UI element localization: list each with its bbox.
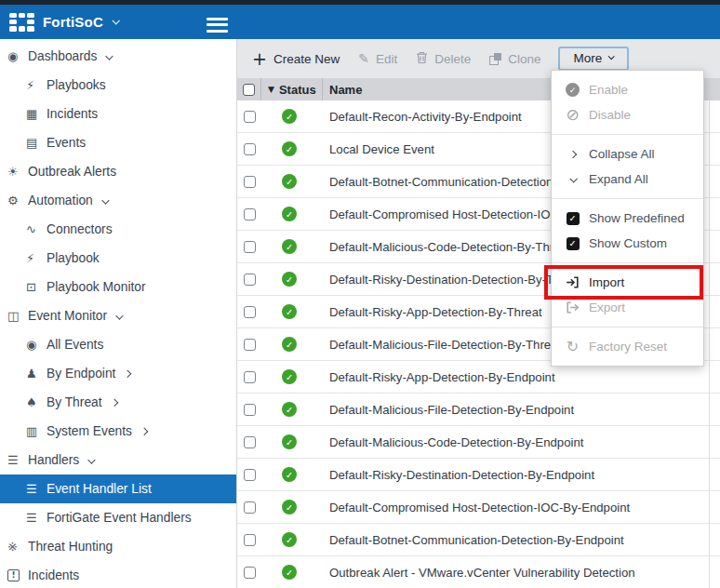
chevron-down-icon (569, 175, 577, 182)
chevron-down-icon (116, 312, 124, 319)
checkbox-checked-icon: ✓ (567, 237, 580, 250)
trash-icon (416, 51, 428, 67)
row-checkbox[interactable] (244, 176, 256, 188)
window-top-edge (0, 0, 720, 5)
table-row[interactable]: ✓ Default-Malicious-Code-Detection-By-En… (237, 426, 720, 459)
chevron-down-icon (106, 52, 113, 60)
row-checkbox[interactable] (244, 534, 256, 546)
status-enabled-icon: ✓ (282, 109, 297, 124)
table-row[interactable]: ✓ Default-Risky-Destination-Detection-By… (237, 459, 720, 491)
import-icon (564, 275, 581, 289)
checkbox-checked-icon: ✓ (567, 212, 580, 225)
playbooks-icon: ⚡ (26, 79, 46, 91)
enable-icon: ✓ (566, 83, 580, 97)
sidebar-item-connectors[interactable]: ∿ Connectors (0, 215, 236, 244)
row-checkbox[interactable] (244, 241, 256, 253)
create-new-button[interactable]: + Create New (250, 50, 341, 68)
sidebar-item-automation[interactable]: ⚙ Automation (0, 186, 236, 215)
factory-reset-icon: ↻ (567, 340, 579, 354)
sidebar-item-outbreak-alerts[interactable]: ☀ Outbreak Alerts (0, 157, 236, 186)
clone-button[interactable]: Clone (487, 50, 542, 68)
chevron-down-icon (88, 456, 96, 463)
sidebar-item-by-endpoint[interactable]: ♟ By Endpoint (0, 359, 236, 388)
status-enabled-icon: ✓ (282, 239, 297, 254)
menu-item-import[interactable]: Import (552, 270, 703, 295)
row-checkbox[interactable] (244, 469, 256, 481)
sidebar-item-by-threat[interactable]: ♠ By Threat (0, 388, 236, 417)
more-button[interactable]: More (558, 47, 630, 71)
row-checkbox[interactable] (244, 274, 256, 286)
status-enabled-icon: ✓ (282, 337, 297, 352)
menu-icon[interactable] (207, 14, 228, 33)
menu-item-collapse-all[interactable]: Collapse All (552, 141, 703, 167)
menu-item-export[interactable]: Export (552, 295, 703, 320)
row-checkbox[interactable] (244, 111, 256, 123)
sidebar-item-incidents-dashboard[interactable]: ▦ Incidents (0, 100, 236, 128)
disable-icon: ⊘ (566, 107, 579, 123)
handlers-icon: ☰ (7, 454, 27, 466)
sidebar-item-playbooks[interactable]: ⚡ Playbooks (0, 71, 236, 100)
row-checkbox[interactable] (244, 208, 256, 220)
status-enabled-icon: ✓ (282, 174, 297, 189)
sidebar-item-all-events[interactable]: ◉ All Events (0, 330, 236, 359)
product-title[interactable]: FortiSoC (43, 14, 103, 30)
status-enabled-icon: ✓ (282, 369, 297, 384)
menu-item-show-custom[interactable]: ✓ Show Custom (552, 231, 703, 256)
plus-icon: + (252, 52, 267, 65)
event-monitor-icon: ◫ (7, 310, 27, 322)
table-row[interactable]: ✓ Outbreak Alert - VMware.vCenter Vulner… (237, 556, 720, 588)
outbreak-alerts-icon: ☀ (7, 166, 27, 178)
status-enabled-icon: ✓ (282, 272, 297, 287)
sidebar-item-playbook-monitor[interactable]: ⊡ Playbook Monitor (0, 273, 236, 301)
row-checkbox[interactable] (244, 306, 256, 318)
sidebar-item-dashboards[interactable]: ◉ Dashboards (0, 42, 236, 71)
sidebar-item-events-dashboard[interactable]: ▤ Events (0, 128, 236, 157)
export-icon (564, 301, 581, 314)
sort-desc-icon: ▼ (268, 86, 274, 94)
sidebar-item-handlers[interactable]: ☰ Handlers (0, 446, 236, 474)
incidents-icon: ▦ (26, 108, 46, 120)
row-checkbox[interactable] (244, 143, 256, 155)
delete-button[interactable]: Delete (414, 49, 473, 69)
automation-icon: ⚙ (7, 194, 27, 207)
row-checkbox[interactable] (244, 339, 256, 351)
select-all-checkbox[interactable] (243, 84, 255, 96)
sidebar-item-playbook[interactable]: ⚡ Playbook (0, 244, 236, 273)
menu-item-expand-all[interactable]: Expand All (552, 167, 703, 192)
playbook-icon: ⚡ (26, 252, 46, 264)
by-threat-icon: ♠ (26, 396, 46, 408)
playbook-monitor-icon: ⊡ (26, 281, 46, 293)
edit-button[interactable]: ✎ Edit (356, 50, 399, 68)
top-bar: FortiSoC (0, 5, 720, 39)
menu-item-show-predefined[interactable]: ✓ Show Predefined (552, 206, 703, 231)
row-checkbox[interactable] (244, 436, 256, 448)
status-enabled-icon: ✓ (282, 565, 297, 580)
more-dropdown-menu: ✓ Enable ⊘ Disable Collapse All Expand A… (551, 70, 704, 367)
menu-item-factory-reset[interactable]: ↻ Factory Reset (552, 334, 703, 359)
chevron-down-icon (101, 196, 109, 204)
chevron-right-icon (140, 428, 148, 435)
threat-hunting-icon: ※ (7, 541, 27, 553)
sidebar-item-incidents[interactable]: ! Incidents (0, 561, 236, 588)
row-checkbox[interactable] (244, 404, 256, 416)
sidebar-item-threat-hunting[interactable]: ※ Threat Hunting (0, 532, 236, 561)
status-column-header[interactable]: ▼ Status (261, 78, 323, 100)
status-enabled-icon: ✓ (282, 532, 297, 547)
sidebar-item-event-handler-list[interactable]: ☰ Event Handler List (0, 474, 236, 503)
table-row[interactable]: ✓ Default-Botnet-Communication-Detection… (237, 524, 720, 556)
menu-item-disable[interactable]: ⊘ Disable (552, 102, 703, 127)
table-row[interactable]: ✓ Default-Compromised Host-Detection-IOC… (237, 491, 720, 524)
row-checkbox[interactable] (244, 501, 256, 514)
incidents-alert-icon: ! (7, 569, 20, 581)
menu-item-enable[interactable]: ✓ Enable (552, 77, 703, 102)
sidebar-item-event-monitor[interactable]: ◫ Event Monitor (0, 301, 236, 330)
table-row[interactable]: ✓ Default-Malicious-File-Detection-By-En… (237, 394, 720, 426)
list-icon: ☰ (26, 483, 46, 495)
sidebar-item-fortigate-event-handlers[interactable]: ☰ FortiGate Event Handlers (0, 503, 236, 532)
sidebar: ◉ Dashboards ⚡ Playbooks ▦ Incidents ▤ E… (0, 39, 237, 588)
row-checkbox[interactable] (244, 567, 256, 579)
row-checkbox[interactable] (244, 371, 256, 383)
events-icon: ▤ (26, 137, 46, 149)
sidebar-item-system-events[interactable]: ▥ System Events (0, 417, 236, 446)
status-enabled-icon: ✓ (282, 434, 297, 449)
